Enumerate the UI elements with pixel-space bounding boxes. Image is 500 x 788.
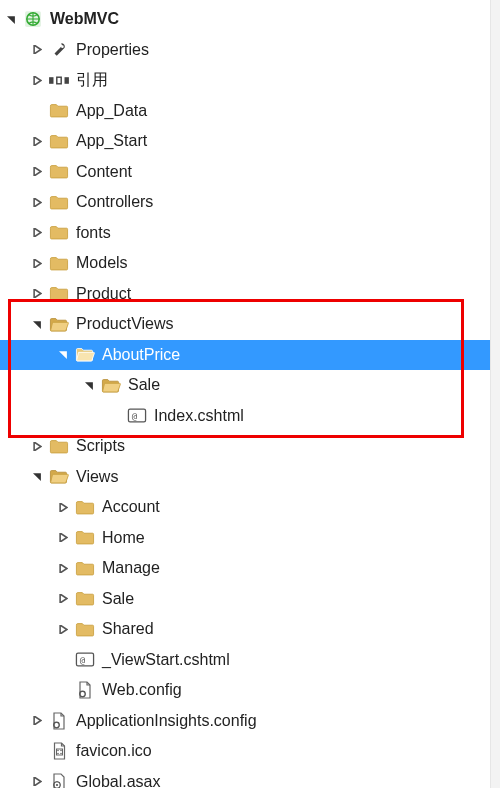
folder-icon [74,618,96,640]
node-label: Scripts [76,437,125,455]
tree-node-viewstart[interactable]: _ViewStart.cshtml [0,645,500,676]
folder-icon [48,222,70,244]
node-label: ProductViews [76,315,174,333]
folder-icon [74,527,96,549]
folder-icon [74,496,96,518]
tree-node-index-cshtml[interactable]: Index.cshtml [0,401,500,432]
node-label: Models [76,254,128,272]
tree-node-favicon[interactable]: favicon.ico [0,736,500,767]
node-label: Product [76,285,131,303]
node-label: Global.asax [76,773,161,788]
expand-arrow-closed-icon[interactable] [26,442,48,451]
tree-node-content[interactable]: Content [0,157,500,188]
expand-arrow-closed-icon[interactable] [26,228,48,237]
folder-icon [48,100,70,122]
expand-arrow-closed-icon[interactable] [26,289,48,298]
expand-arrow-closed-icon[interactable] [26,259,48,268]
folder-icon [48,191,70,213]
expand-arrow-closed-icon[interactable] [26,137,48,146]
expand-arrow-closed-icon[interactable] [52,533,74,542]
expand-arrow-closed-icon[interactable] [26,716,48,725]
expand-arrow-open-icon[interactable] [52,350,74,359]
node-label: Content [76,163,132,181]
tree-node-properties[interactable]: Properties [0,35,500,66]
expand-arrow-closed-icon[interactable] [52,503,74,512]
project-globe-icon [22,8,44,30]
tree-node-sale[interactable]: Sale [0,370,500,401]
expand-arrow-open-icon[interactable] [26,472,48,481]
tree-node-controllers[interactable]: Controllers [0,187,500,218]
expand-arrow-closed-icon[interactable] [26,777,48,786]
tree-node-globalasax[interactable]: Global.asax [0,767,500,789]
node-label: 引用 [76,70,108,91]
ico-file-icon [48,740,70,762]
expand-arrow-open-icon[interactable] [0,15,22,24]
expand-arrow-closed-icon[interactable] [26,45,48,54]
expand-arrow-open-icon[interactable] [26,320,48,329]
wrench-icon [48,39,70,61]
node-label: Sale [128,376,160,394]
folder-icon [74,557,96,579]
config-file-icon [48,710,70,732]
node-label: fonts [76,224,111,242]
tree-node-scripts[interactable]: Scripts [0,431,500,462]
references-icon [48,69,70,91]
expand-arrow-closed-icon[interactable] [52,564,74,573]
node-label: Home [102,529,145,547]
tree-node-shared[interactable]: Shared [0,614,500,645]
node-label: Account [102,498,160,516]
expand-arrow-closed-icon[interactable] [26,198,48,207]
tree-node-product[interactable]: Product [0,279,500,310]
tree-node-references[interactable]: 引用 [0,65,500,96]
node-label: AboutPrice [102,346,180,364]
expand-arrow-closed-icon[interactable] [26,76,48,85]
folder-icon [48,283,70,305]
asax-file-icon [48,771,70,788]
tree-node-fonts[interactable]: fonts [0,218,500,249]
tree-node-app-data[interactable]: App_Data [0,96,500,127]
folder-icon [48,130,70,152]
node-label: App_Data [76,102,147,120]
cshtml-file-icon [126,405,148,427]
folder-icon [48,435,70,457]
folder-icon [48,161,70,183]
tree-node-webconfig[interactable]: Web.config [0,675,500,706]
tree-node-project-root[interactable]: WebMVC [0,4,500,35]
tree-node-manage[interactable]: Manage [0,553,500,584]
expand-arrow-open-icon[interactable] [78,381,100,390]
node-label: _ViewStart.cshtml [102,651,230,669]
tree-node-account[interactable]: Account [0,492,500,523]
config-file-icon [74,679,96,701]
node-label: Shared [102,620,154,638]
tree-node-aboutprice[interactable]: AboutPrice [0,340,500,371]
tree-node-views-sale[interactable]: Sale [0,584,500,615]
expand-arrow-closed-icon[interactable] [26,167,48,176]
tree-node-models[interactable]: Models [0,248,500,279]
node-label: Views [76,468,118,486]
node-label: ApplicationInsights.config [76,712,257,730]
node-label: favicon.ico [76,742,152,760]
folder-open-icon [48,466,70,488]
node-label: Manage [102,559,160,577]
tree-node-productviews[interactable]: ProductViews [0,309,500,340]
node-label: App_Start [76,132,147,150]
folder-open-icon [74,344,96,366]
folder-open-icon [48,313,70,335]
cshtml-file-icon [74,649,96,671]
tree-node-home[interactable]: Home [0,523,500,554]
folder-open-icon [100,374,122,396]
tree-node-app-start[interactable]: App_Start [0,126,500,157]
expand-arrow-closed-icon[interactable] [52,594,74,603]
node-label: Index.cshtml [154,407,244,425]
node-label: Sale [102,590,134,608]
node-label: Controllers [76,193,153,211]
node-label: Properties [76,41,149,59]
folder-icon [48,252,70,274]
solution-explorer-tree[interactable]: WebMVC Properties 引用 App_Data App_Start … [0,0,500,788]
node-label: Web.config [102,681,182,699]
expand-arrow-closed-icon[interactable] [52,625,74,634]
tree-node-views[interactable]: Views [0,462,500,493]
vertical-scrollbar[interactable] [490,0,500,788]
tree-node-appinsights[interactable]: ApplicationInsights.config [0,706,500,737]
node-label: WebMVC [50,10,119,28]
